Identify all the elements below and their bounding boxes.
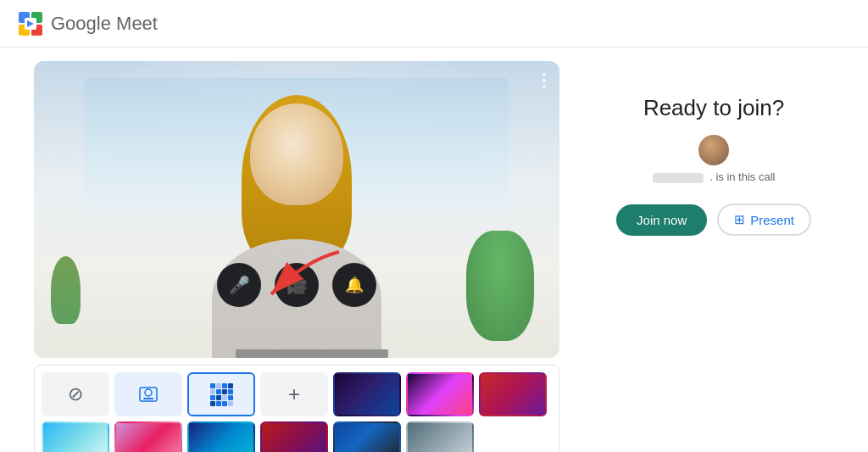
plant-right	[466, 231, 534, 341]
avatar-image	[698, 135, 729, 165]
header: Google Meet	[0, 0, 868, 47]
menu-dot-2	[542, 79, 546, 82]
bg-option-none[interactable]: ⊘	[42, 372, 109, 416]
action-buttons: Join now ⊞ Present	[616, 204, 811, 236]
person	[186, 103, 407, 358]
main-content: 🎤 🎥 🔔 ⊘	[0, 47, 868, 452]
mic-button[interactable]: 🎤	[217, 263, 261, 307]
call-status-suffix: . is in this call	[709, 170, 775, 183]
bg-option-galaxy[interactable]	[333, 372, 401, 416]
bg-option-space[interactable]	[260, 421, 328, 452]
menu-dot-1	[542, 73, 546, 76]
bg-options-row-1: ⊘	[42, 372, 552, 416]
caller-name-blurred	[653, 173, 704, 183]
video-section: 🎤 🎥 🔔 ⊘	[34, 61, 559, 452]
present-button[interactable]: ⊞ Present	[717, 204, 811, 236]
logo: Google Meet	[17, 10, 158, 37]
bg-option-neon[interactable]	[406, 372, 474, 416]
call-status-text: . is in this call	[653, 170, 776, 183]
present-icon: ⊞	[734, 212, 745, 227]
svg-rect-9	[143, 398, 153, 399]
present-label: Present	[750, 213, 794, 227]
effects-button[interactable]: 🔔	[332, 263, 376, 307]
bg-option-pink[interactable]	[114, 421, 182, 452]
bg-option-beach[interactable]	[42, 421, 109, 452]
ready-title: Ready to join?	[643, 95, 784, 121]
video-preview: 🎤 🎥 🔔	[34, 61, 559, 358]
svg-point-8	[145, 389, 152, 396]
bg-option-add[interactable]: +	[260, 372, 328, 416]
google-meet-logo-icon	[17, 10, 44, 37]
plant-left	[51, 256, 81, 324]
no-effect-icon: ⊘	[68, 383, 83, 405]
camera-button[interactable]: 🎥	[275, 263, 319, 307]
add-icon: +	[288, 382, 300, 406]
menu-dot-3	[542, 85, 546, 88]
background-options-panel: ⊘	[34, 365, 559, 452]
bg-option-sunset[interactable]	[479, 372, 547, 416]
pixelate-icon	[209, 382, 235, 408]
bg-option-blur[interactable]	[114, 372, 182, 416]
bg-option-pixelate[interactable]	[187, 372, 255, 416]
bg-option-darkblue[interactable]	[187, 421, 255, 452]
logo-text: Google Meet	[51, 13, 158, 35]
bg-option-mist[interactable]	[406, 421, 474, 452]
video-controls: 🎤 🎥 🔔	[217, 263, 376, 307]
join-panel: Ready to join? . is in this call Join no…	[593, 61, 834, 236]
bg-options-row-2	[42, 421, 552, 452]
join-now-button[interactable]: Join now	[616, 204, 707, 236]
blur-icon	[135, 381, 162, 408]
bg-option-fireworks[interactable]	[333, 421, 401, 452]
avatar	[698, 135, 729, 165]
call-info: . is in this call	[653, 135, 776, 183]
video-menu-button[interactable]	[539, 70, 549, 92]
